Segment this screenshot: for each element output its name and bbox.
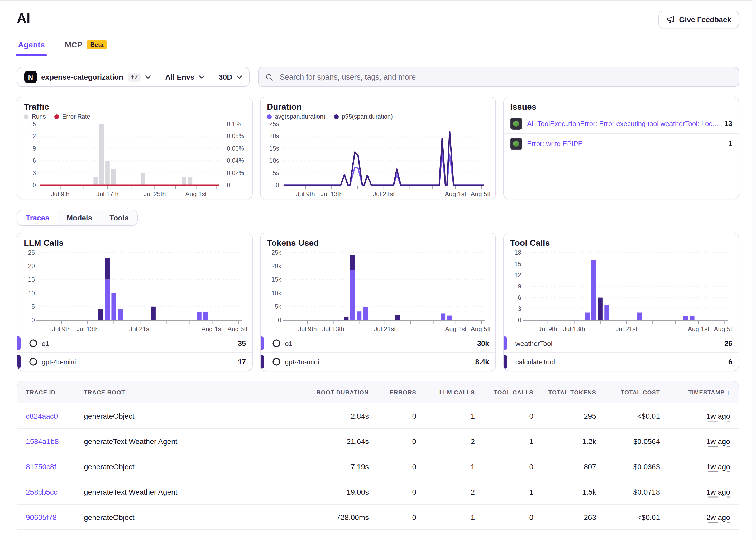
page-title: AI: [17, 11, 30, 26]
column-header-total-tokens[interactable]: Total Tokens: [533, 389, 596, 395]
tokens-used-chart: 05k10k15k20k25kJul 9thJul 13thJul 21stAu…: [267, 249, 489, 334]
subtab-tools[interactable]: Tools: [100, 210, 137, 225]
total-cost: $0.0564: [596, 437, 660, 445]
svg-text:10s: 10s: [269, 157, 279, 164]
tokens-used-card: Tokens Used 05k10k15k20k25kJul 9thJul 13…: [260, 232, 496, 371]
timestamp[interactable]: 2w ago: [706, 538, 730, 540]
tool-calls-count: 0: [475, 513, 533, 521]
series-total-value: 26: [724, 339, 732, 347]
trace-id-link[interactable]: 90605f78: [26, 513, 84, 521]
duration-chart: 05s10s15s20s25sJul 9thJul 13thJul 21stAu…: [267, 121, 489, 199]
total-tokens: 807: [533, 462, 596, 471]
svg-text:0: 0: [31, 317, 35, 324]
tool-calls-chart: 0369121518Jul 9thJul 13thJul 21stAug 1st…: [510, 249, 732, 334]
issue-link[interactable]: AI_ToolExecutionError: Error executing t…: [527, 120, 720, 128]
beta-badge: Beta: [86, 40, 107, 49]
svg-text:Jul 13th: Jul 13th: [563, 326, 585, 333]
tool-calls-count: 1: [475, 487, 533, 496]
column-header-timestamp[interactable]: Timestamp↓: [660, 388, 730, 396]
column-header-llm-calls[interactable]: LLM Calls: [416, 389, 475, 395]
project-filter[interactable]: N expense-categorization +7: [17, 68, 158, 86]
trace-id-link[interactable]: 258cb5cc: [26, 487, 84, 496]
errors-count: 0: [369, 513, 416, 521]
scrollbar-track[interactable]: [752, 0, 756, 540]
table-row: 1584a1b8generateText Weather Agent21.64s…: [17, 428, 739, 454]
timestamp[interactable]: 1w ago: [706, 462, 730, 471]
errors-count: 0: [369, 462, 416, 471]
total-cost: <$0.01: [596, 412, 660, 420]
trace-id-link[interactable]: 1b9a433b: [26, 538, 84, 540]
trace-id-link[interactable]: 1584a1b8: [26, 437, 84, 445]
column-header-errors[interactable]: Errors: [369, 389, 416, 395]
date-range-filter[interactable]: 30D: [211, 68, 249, 86]
svg-text:5: 5: [31, 303, 35, 310]
svg-text:Jul 9th: Jul 9th: [538, 326, 557, 333]
timestamp-cell: 1w ago: [660, 462, 730, 471]
svg-text:Jul 21st: Jul 21st: [129, 326, 151, 333]
table-row: 90605f78generateObject728.00ms010263<$0.…: [17, 504, 739, 529]
svg-text:Aug 5th: Aug 5th: [471, 326, 490, 333]
column-header-trace-root[interactable]: Trace Root: [84, 389, 290, 395]
svg-text:Aug 1st: Aug 1st: [688, 326, 709, 333]
svg-text:20k: 20k: [271, 263, 281, 269]
tool-calls-count: 1: [475, 437, 533, 445]
series-total-value: 8.4k: [475, 358, 489, 366]
traffic-legend: Runs Error Rate: [24, 113, 246, 120]
svg-text:Aug 1st: Aug 1st: [445, 191, 466, 198]
legend-dot: [54, 114, 59, 119]
series-color-chip: [17, 355, 21, 369]
timestamp[interactable]: 2w ago: [706, 513, 730, 521]
total-cost: <$0.01: [596, 538, 660, 540]
series-label: calculateTool: [516, 358, 555, 366]
issue-link[interactable]: Error: write EPIPE: [527, 140, 723, 148]
errors-count: 0: [369, 538, 416, 540]
series-total-value: 6: [728, 358, 732, 366]
filter-bar: N expense-categorization +7 All Envs 30D: [17, 67, 739, 87]
llm-calls-chart: 0510152025Jul 9thJul 13thJul 21stAug 1st…: [24, 249, 246, 334]
traces-table: Trace IDTrace RootRoot DurationErrorsLLM…: [17, 381, 739, 540]
series-total-row: calculateTool6: [504, 352, 739, 371]
svg-text:0: 0: [33, 182, 36, 189]
llm-calls-count: 2: [416, 538, 475, 540]
chart-title: Tool Calls: [510, 238, 732, 248]
svg-text:9: 9: [518, 283, 521, 290]
tab-agents[interactable]: Agents: [17, 40, 46, 55]
column-header-root-duration[interactable]: Root Duration: [290, 389, 369, 395]
svg-text:Jul 21st: Jul 21st: [373, 191, 395, 198]
page-header: AI Give Feedback: [17, 1, 739, 29]
give-feedback-button[interactable]: Give Feedback: [659, 11, 739, 29]
svg-text:0.1%: 0.1%: [227, 121, 240, 127]
series-label: o1: [42, 339, 49, 347]
tab-mcp[interactable]: MCP Beta: [64, 40, 108, 55]
llm-calls-count: 1: [416, 513, 475, 521]
series-total-value: 35: [238, 339, 246, 347]
legend-item: Runs: [24, 113, 46, 120]
issue-row: Error: write EPIPE1: [504, 133, 739, 154]
issues-card: Issues AI_ToolExecutionError: Error exec…: [503, 96, 739, 199]
table-row: 258cb5ccgenerateText Weather Agent19.00s…: [17, 479, 739, 504]
column-header-trace-id[interactable]: Trace ID: [26, 389, 84, 395]
subtab-traces[interactable]: Traces: [17, 210, 58, 225]
trace-id-link[interactable]: c824aac0: [26, 412, 84, 420]
timestamp[interactable]: 1w ago: [706, 437, 730, 445]
svg-text:15: 15: [28, 276, 35, 283]
subtab-models[interactable]: Models: [58, 210, 100, 225]
svg-text:0.06%: 0.06%: [227, 145, 244, 152]
svg-text:0: 0: [518, 317, 521, 324]
column-header-total-cost[interactable]: Total Cost: [596, 389, 660, 395]
issue-count: 13: [724, 120, 732, 128]
chart-title: Traffic: [24, 102, 246, 112]
trace-id-link[interactable]: 81750c8f: [26, 462, 84, 471]
column-header-tool-calls[interactable]: Tool Calls: [475, 389, 533, 395]
chevron-down-icon: [145, 75, 151, 79]
environment-filter[interactable]: All Envs: [158, 68, 212, 86]
traffic-chart: 0369121500.02%0.04%0.06%0.08%0.1%Jul 9th…: [24, 121, 246, 199]
chart-title: Tokens Used: [267, 238, 489, 248]
svg-text:15s: 15s: [269, 145, 279, 152]
timestamp[interactable]: 1w ago: [706, 412, 730, 420]
legend-item: avg(span.duration): [267, 113, 326, 120]
trace-root: generateObject: [84, 412, 290, 420]
trace-root: generateText Weather Agent: [84, 538, 290, 540]
search-input[interactable]: [279, 72, 732, 82]
timestamp[interactable]: 1w ago: [706, 487, 730, 496]
